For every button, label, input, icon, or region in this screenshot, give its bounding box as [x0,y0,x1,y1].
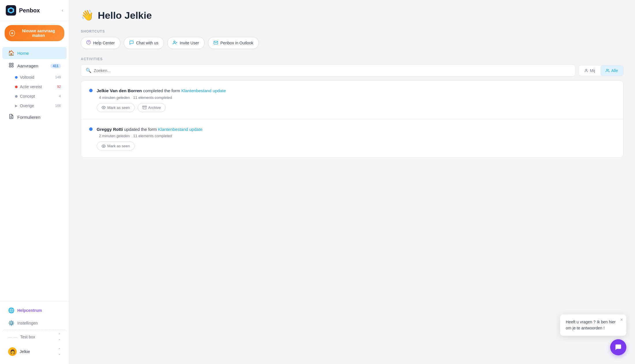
main-content: 👋 Hello Jelkie SHORTCUTS Help Center Cha… [69,0,635,364]
filter-buttons: Mij Alle [579,65,623,76]
svg-point-8 [174,41,175,42]
wave-emoji: 👋 [81,9,94,21]
main-nav: 🏠 Home Aanvragen 411 Voltooid 149 Actie … [0,45,69,125]
sidebar-item-user[interactable]: 👩 Jelkie ⌃⌄ [2,344,67,359]
filter-alle-button[interactable]: Alle [600,65,623,76]
mark-as-seen-label-2: Mark as seen [107,144,130,148]
helpcentrum-label: Helpcentrum [17,308,42,313]
sidebar-item-formulieren[interactable]: Formulieren [2,111,67,123]
activity-content-1: Jelkie Van den Borren completed the form… [97,88,615,112]
help-center-icon [86,40,91,46]
sidebar: Penbox ‹ + Nieuwe aanvraag maken 🏠 Home … [0,0,69,364]
activity-meta-2: 2 minuten geleden 11 elements completed [97,134,615,138]
help-center-button[interactable]: Help Center [81,37,120,49]
filter-alle-label: Alle [611,68,618,73]
sidebar-item-instellingen[interactable]: ⚙️ Instellingen [2,317,67,329]
activity-elements-1: 11 elements completed [133,95,172,100]
activity-form-link-1[interactable]: Klantenbestand update [181,88,226,93]
svg-point-11 [585,69,587,70]
shortcuts-row: Help Center Chat with us Invite User [81,37,623,49]
concept-badge: 4 [59,94,61,98]
svg-rect-2 [9,66,11,67]
sidebar-item-voltooid[interactable]: Voltooid 149 [2,73,67,82]
svg-rect-3 [12,66,13,67]
sidebar-item-concept[interactable]: Concept 4 [2,92,67,101]
search-input[interactable] [94,68,570,73]
penbox-outlook-label: Penbox in Outlook [220,41,253,45]
svg-rect-0 [9,63,11,65]
invite-user-button[interactable]: Invite User [167,37,205,49]
penbox-outlook-button[interactable]: Penbox in Outlook [208,37,259,49]
activity-item-2: Greggy Rotti updated the form Klantenbes… [81,119,623,158]
activity-action-2: updated the form [124,127,158,132]
chat-tooltip-close-button[interactable]: × [620,317,623,322]
instellingen-label: Instellingen [17,321,38,325]
archive-icon-1 [143,105,147,110]
actie-label: Actie vereist [20,84,42,89]
mark-as-seen-button-2[interactable]: Mark as seen [97,142,135,150]
voltooid-dot [15,76,18,79]
search-bar: 🔍 [81,65,575,76]
activities-header: 🔍 Mij Alle [81,65,623,76]
instellingen-icon: ⚙️ [8,320,14,326]
activity-content-2: Greggy Rotti updated the form Klantenbes… [97,126,615,151]
mark-as-seen-button-1[interactable]: Mark as seen [97,103,135,112]
test-box-dashes: — — [8,335,17,339]
sidebar-item-test-box[interactable]: — — Test box ⌃⌄ [2,330,67,344]
sidebar-item-aanvragen[interactable]: Aanvragen 411 [2,60,67,72]
test-box-label: Test box [20,335,35,339]
chat-tooltip: × Heeft u vragen ? Ik ben hier om je te … [560,314,626,336]
archive-button-1[interactable]: Archive [138,103,166,112]
user-name: Jelkie [20,349,30,354]
sidebar-item-actie-vereist[interactable]: Actie vereist 92 [2,82,67,91]
plus-circle-icon: + [9,30,15,36]
aanvragen-icon [8,63,14,69]
formulieren-label: Formulieren [17,115,40,120]
chat-icon [129,40,134,46]
person-icon [584,69,588,73]
aanvragen-badge: 411 [50,64,61,68]
activity-time-1: 4 minuten geleden [99,95,130,100]
filter-mij-button[interactable]: Mij [579,65,600,76]
search-icon: 🔍 [86,68,91,73]
overige-arrow: ▶ [15,104,18,108]
activity-form-link-2[interactable]: Klantenbestand update [158,127,203,132]
overige-badge: 166 [55,104,61,108]
activity-user-1: Jelkie Van den Borren [97,88,142,93]
svg-point-12 [606,69,608,70]
collapse-sidebar-button[interactable]: ‹ [62,8,63,13]
activity-actions-1: Mark as seen Archive [97,103,615,112]
sidebar-item-helpcentrum[interactable]: 🌐 Helpcentrum [2,304,67,316]
svg-rect-14 [143,106,147,107]
shortcuts-label: SHORTCUTS [81,29,623,33]
new-request-label: Nieuwe aanvraag maken [17,29,60,38]
eye-icon-2 [102,144,106,148]
outlook-icon [213,40,218,46]
chat-tooltip-text: Heeft u vragen ? Ik ben hier om je te an… [566,320,616,330]
mark-as-seen-label-1: Mark as seen [107,105,130,110]
concept-label: Concept [20,94,35,99]
sidebar-item-home[interactable]: 🏠 Home [2,47,67,59]
formulieren-icon [8,114,14,120]
invite-icon [173,40,177,46]
activity-time-2: 2 minuten geleden [99,134,130,138]
eye-icon-1 [102,105,106,110]
helpcentrum-icon: 🌐 [8,307,14,314]
chat-with-us-label: Chat with us [136,41,158,45]
new-request-button[interactable]: + Nieuwe aanvraag maken [5,25,64,41]
logo-icon [6,5,16,16]
activity-dot-2 [89,127,93,131]
help-center-label: Help Center [93,41,115,45]
activity-elements-2: 11 elements completed [133,134,172,138]
chat-bubble-button[interactable] [610,339,626,355]
activity-text-2: Greggy Rotti updated the form Klantenbes… [97,126,615,133]
activity-actions-2: Mark as seen [97,142,615,150]
svg-point-16 [103,146,104,147]
activity-dot-1 [89,89,93,92]
user-expand-icon: ⌃⌄ [58,348,61,356]
sidebar-item-overige[interactable]: ▶ Overige 166 [2,101,67,110]
chat-with-us-button[interactable]: Chat with us [124,37,164,49]
sidebar-bottom: 🌐 Helpcentrum ⚙️ Instellingen — — Test b… [0,301,69,364]
activity-action-1: completed the form [143,88,181,93]
archive-label-1: Archive [148,105,161,110]
